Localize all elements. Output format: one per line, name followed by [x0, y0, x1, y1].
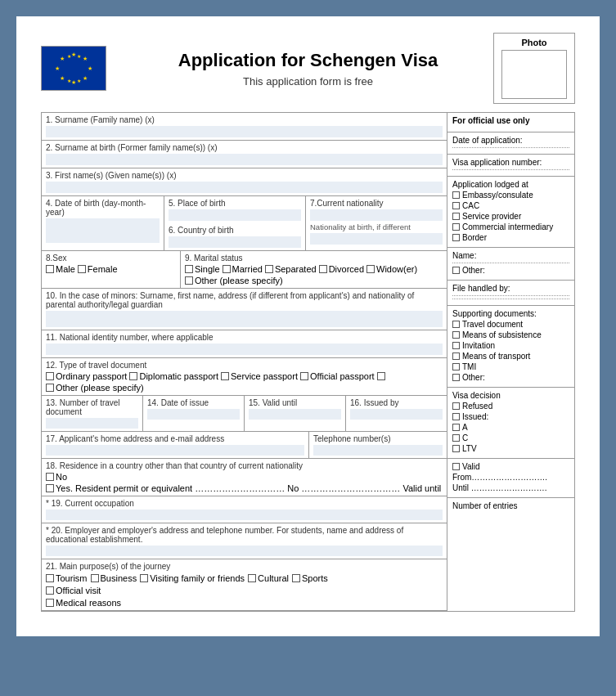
- cb-sports-box[interactable]: [292, 574, 300, 582]
- side-cb-commercial-box[interactable]: [452, 223, 460, 231]
- side-cb-other-box[interactable]: [452, 267, 460, 274]
- f20-input[interactable]: [46, 546, 443, 556]
- cb-diplomatic[interactable]: Diplomatic passport: [129, 371, 218, 381]
- cb-official-box2[interactable]: [377, 372, 385, 380]
- side-cb-travel-doc-box[interactable]: [452, 321, 460, 328]
- side-cb-invitation-box[interactable]: [452, 342, 460, 349]
- side-cb-cac-box[interactable]: [452, 202, 460, 209]
- side-cb-other-support-box[interactable]: [452, 374, 460, 381]
- field-2-input[interactable]: [46, 154, 443, 165]
- cb-single[interactable]: Single: [185, 264, 220, 274]
- cb-official-check2[interactable]: [377, 372, 385, 380]
- side-cb-border-box[interactable]: [452, 234, 460, 241]
- side-cb-other-support[interactable]: Other:: [452, 373, 569, 382]
- cb-official-box[interactable]: [300, 372, 308, 380]
- cb-official-visit-box[interactable]: [46, 586, 54, 595]
- cb-male[interactable]: Male: [46, 264, 75, 274]
- cb-ordinary[interactable]: Ordinary passport: [46, 371, 127, 381]
- cb-widower-box[interactable]: [366, 265, 375, 273]
- cb-medical[interactable]: Medical reasons: [46, 598, 121, 608]
- side-cb-c-box[interactable]: [452, 434, 460, 442]
- cb-service[interactable]: Service passport: [221, 371, 298, 381]
- cb-official-visit[interactable]: Official visit: [46, 586, 101, 595]
- side-cb-border[interactable]: Border: [452, 233, 569, 242]
- cb-female-box[interactable]: [78, 265, 86, 273]
- side-cb-valid-box[interactable]: [452, 463, 460, 470]
- side-cb-subsistence-box[interactable]: [452, 331, 460, 339]
- cb-tourism[interactable]: Tourism: [46, 573, 88, 583]
- side-cb-service-box[interactable]: [452, 213, 460, 220]
- cb-official[interactable]: Official passport: [300, 371, 375, 381]
- cb-cultural[interactable]: Cultural: [248, 573, 289, 583]
- dob-input[interactable]: [46, 218, 160, 243]
- side-cb-transport[interactable]: Means of transport: [452, 352, 569, 361]
- cb-male-box[interactable]: [46, 265, 54, 273]
- field-1-input[interactable]: [46, 126, 443, 137]
- cb-sports[interactable]: Sports: [292, 573, 328, 583]
- cb-diplomatic-box[interactable]: [129, 372, 137, 380]
- f16-input[interactable]: [350, 409, 443, 420]
- f14-input[interactable]: [147, 409, 240, 420]
- side-cb-c[interactable]: C: [452, 433, 569, 442]
- cb-married-box[interactable]: [223, 265, 231, 273]
- side-cb-commercial[interactable]: Commercial intermediary: [452, 222, 569, 231]
- side-cb-embassy[interactable]: Embassy/consulate: [452, 191, 569, 200]
- side-cb-embassy-box[interactable]: [452, 191, 460, 199]
- side-cb-travel-doc[interactable]: Travel document: [452, 320, 569, 329]
- side-cb-a-box[interactable]: [452, 424, 460, 431]
- f13-input[interactable]: [46, 418, 138, 429]
- cb-other-marital[interactable]: Other (please specify): [185, 276, 283, 285]
- cb-divorced[interactable]: Divorced: [319, 264, 364, 274]
- cb-yes-box[interactable]: [46, 484, 54, 492]
- cb-service-box[interactable]: [221, 372, 229, 380]
- side-cb-transport-box[interactable]: [452, 352, 460, 360]
- side-cb-cac[interactable]: CAC: [452, 201, 569, 210]
- side-cb-other-name[interactable]: Other:: [452, 266, 569, 275]
- side-cb-ltv-box[interactable]: [452, 445, 460, 452]
- f17-input[interactable]: [46, 445, 304, 456]
- cb-other-marital-box[interactable]: [185, 276, 193, 285]
- cb-cultural-box[interactable]: [248, 574, 256, 582]
- cb-business-box[interactable]: [91, 574, 99, 582]
- side-cb-refused[interactable]: Refused: [452, 402, 569, 411]
- cb-tourism-box[interactable]: [46, 574, 54, 582]
- cb-other-travel-box[interactable]: [46, 384, 54, 392]
- cb-business[interactable]: Business: [91, 573, 137, 583]
- cb-single-box[interactable]: [185, 265, 193, 273]
- field-3-input[interactable]: [46, 182, 443, 193]
- nationality-input[interactable]: [310, 209, 443, 221]
- cb-other-travel[interactable]: Other (please specify): [46, 383, 144, 393]
- side-cb-tmi-box[interactable]: [452, 363, 460, 370]
- cb-widower[interactable]: Widow(er): [366, 264, 417, 274]
- side-cb-subsistence[interactable]: Means of subsistence: [452, 330, 569, 339]
- cb-separated[interactable]: Separated: [265, 264, 317, 274]
- field-11-input[interactable]: [46, 344, 443, 355]
- cb-visiting-box[interactable]: [140, 574, 148, 582]
- field-10-input[interactable]: [46, 311, 443, 327]
- cb-separated-box[interactable]: [265, 265, 273, 273]
- cb-no-box[interactable]: [46, 473, 54, 481]
- cb-ordinary-box[interactable]: [46, 372, 54, 380]
- f15-input[interactable]: [249, 409, 341, 420]
- cb-female[interactable]: Female: [78, 264, 118, 274]
- cb-yes-residence[interactable]: Yes. Resident permit or equivalent ………………: [46, 483, 441, 493]
- cb-visiting[interactable]: Visiting family or friends: [140, 573, 245, 583]
- f19-input[interactable]: [46, 510, 443, 520]
- cb-divorced-box[interactable]: [319, 265, 327, 273]
- country-input[interactable]: [169, 236, 301, 248]
- cb-no-residence[interactable]: No: [46, 472, 67, 482]
- place-input[interactable]: [169, 209, 301, 221]
- nat-birth-input[interactable]: [310, 233, 443, 245]
- tel-input[interactable]: [313, 445, 443, 456]
- side-cb-issued-box[interactable]: [452, 413, 460, 420]
- side-cb-a[interactable]: A: [452, 423, 569, 432]
- side-cb-invitation[interactable]: Invitation: [452, 341, 569, 350]
- side-cb-valid[interactable]: Valid: [452, 462, 569, 471]
- side-cb-ltv[interactable]: LTV: [452, 444, 569, 453]
- side-cb-tmi[interactable]: TMI: [452, 362, 569, 371]
- cb-medical-box[interactable]: [46, 599, 54, 607]
- side-cb-service-provider[interactable]: Service provider: [452, 212, 569, 221]
- side-cb-issued[interactable]: Issued:: [452, 412, 569, 421]
- side-cb-refused-box[interactable]: [452, 402, 460, 410]
- cb-married[interactable]: Married: [223, 264, 263, 274]
